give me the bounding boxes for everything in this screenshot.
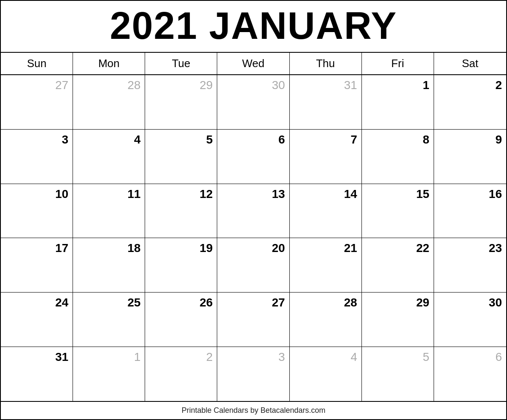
day-number: 30: [438, 296, 502, 309]
day-cell: 29: [145, 75, 217, 129]
day-headers-row: SunMonTueWedThuFriSat: [1, 53, 506, 75]
day-header-sat: Sat: [434, 53, 506, 74]
day-number: 15: [366, 187, 429, 201]
day-number: 17: [5, 241, 68, 255]
day-cell: 6: [434, 347, 506, 401]
day-number: 28: [77, 79, 140, 92]
day-number: 29: [366, 296, 429, 309]
week-row-3: 10111213141516: [1, 184, 506, 238]
day-cell: 25: [73, 293, 145, 347]
day-number: 22: [366, 241, 429, 255]
day-number: 30: [221, 79, 285, 92]
day-number: 13: [221, 187, 285, 201]
day-cell: 10: [1, 184, 73, 238]
day-cell: 21: [290, 238, 362, 292]
day-cell: 12: [145, 184, 217, 238]
day-cell: 24: [1, 293, 73, 347]
day-cell: 30: [434, 293, 506, 347]
day-number: 3: [5, 133, 68, 146]
day-number: 24: [5, 296, 68, 309]
day-number: 9: [438, 133, 502, 146]
day-cell: 31: [1, 347, 73, 401]
day-cell: 23: [434, 238, 506, 292]
day-cell: 5: [362, 347, 434, 401]
day-header-thu: Thu: [290, 53, 362, 74]
day-cell: 3: [217, 347, 289, 401]
day-number: 18: [77, 241, 140, 255]
day-cell: 27: [217, 293, 289, 347]
day-header-wed: Wed: [217, 53, 289, 74]
day-number: 21: [294, 241, 357, 255]
calendar-footer: Printable Calendars by Betacalendars.com: [1, 401, 506, 419]
day-cell: 22: [362, 238, 434, 292]
day-cell: 11: [73, 184, 145, 238]
calendar-grid: SunMonTueWedThuFriSat 272829303112345678…: [1, 53, 506, 401]
day-number: 31: [294, 79, 357, 92]
day-cell: 19: [145, 238, 217, 292]
day-cell: 8: [362, 130, 434, 184]
day-number: 1: [77, 350, 140, 364]
day-number: 25: [77, 296, 140, 309]
day-cell: 2: [434, 75, 506, 129]
day-cell: 9: [434, 130, 506, 184]
day-cell: 26: [145, 293, 217, 347]
week-row-5: 24252627282930: [1, 293, 506, 347]
day-cell: 4: [290, 347, 362, 401]
day-number: 11: [77, 187, 140, 201]
day-number: 5: [366, 350, 429, 364]
day-cell: 1: [362, 75, 434, 129]
day-number: 12: [149, 187, 213, 201]
week-row-1: 272829303112: [1, 75, 506, 130]
day-number: 8: [366, 133, 429, 146]
day-number: 1: [366, 79, 429, 92]
day-cell: 17: [1, 238, 73, 292]
day-cell: 13: [217, 184, 289, 238]
day-cell: 20: [217, 238, 289, 292]
day-number: 19: [149, 241, 213, 255]
day-number: 14: [294, 187, 357, 201]
day-number: 4: [77, 133, 140, 146]
week-row-2: 3456789: [1, 130, 506, 184]
day-cell: 28: [290, 293, 362, 347]
day-number: 5: [149, 133, 213, 146]
day-cell: 2: [145, 347, 217, 401]
day-cell: 6: [217, 130, 289, 184]
day-cell: 3: [1, 130, 73, 184]
day-number: 26: [149, 296, 213, 309]
weeks-container: 2728293031123456789101112131415161718192…: [1, 75, 506, 401]
day-number: 28: [294, 296, 357, 309]
day-number: 6: [438, 350, 502, 364]
day-number: 20: [221, 241, 285, 255]
day-cell: 27: [1, 75, 73, 129]
day-number: 23: [438, 241, 502, 255]
day-cell: 29: [362, 293, 434, 347]
day-cell: 1: [73, 347, 145, 401]
day-cell: 18: [73, 238, 145, 292]
day-number: 10: [5, 187, 68, 201]
day-number: 16: [438, 187, 502, 201]
day-number: 27: [221, 296, 285, 309]
day-cell: 14: [290, 184, 362, 238]
day-number: 27: [5, 79, 68, 92]
day-number: 3: [221, 350, 285, 364]
day-header-fri: Fri: [362, 53, 434, 74]
day-cell: 5: [145, 130, 217, 184]
day-cell: 4: [73, 130, 145, 184]
week-row-6: 31123456: [1, 347, 506, 401]
day-number: 31: [5, 350, 68, 364]
day-cell: 28: [73, 75, 145, 129]
calendar: 2021 JANUARY SunMonTueWedThuFriSat 27282…: [0, 0, 507, 420]
day-header-tue: Tue: [145, 53, 217, 74]
day-cell: 15: [362, 184, 434, 238]
day-number: 7: [294, 133, 357, 146]
day-cell: 31: [290, 75, 362, 129]
calendar-title: 2021 JANUARY: [1, 1, 506, 53]
day-number: 4: [294, 350, 357, 364]
week-row-4: 17181920212223: [1, 238, 506, 293]
day-number: 2: [438, 79, 502, 92]
day-cell: 16: [434, 184, 506, 238]
day-number: 29: [149, 79, 213, 92]
day-cell: 7: [290, 130, 362, 184]
day-header-mon: Mon: [73, 53, 145, 74]
day-number: 2: [149, 350, 213, 364]
